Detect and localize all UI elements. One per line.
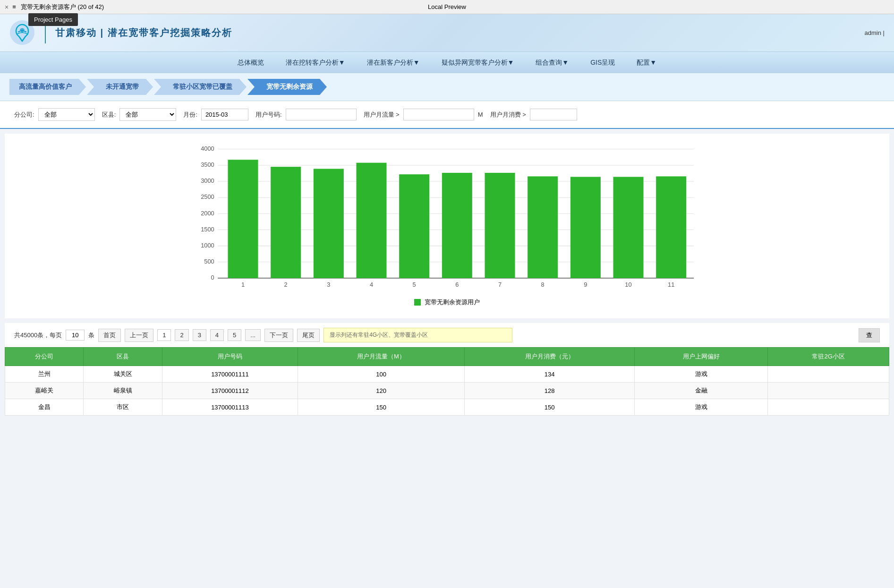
svg-text:9: 9 [584,281,587,288]
table-cell [768,399,889,416]
next-page-btn[interactable]: 下一页 [264,329,293,342]
svg-text:4000: 4000 [201,145,214,152]
nav-item-combo[interactable]: 组合查询▼ [525,55,579,71]
table-cell [768,383,889,399]
page-1-btn[interactable]: 1 [157,329,171,341]
col-header-company: 分公司 [5,348,84,366]
table-row: 嘉峪关峪泉镇13700001112120128金融 [5,383,889,399]
district-select[interactable]: 全部 城关区 峪泉镇 [119,108,176,121]
page-3-btn[interactable]: 3 [193,329,206,341]
nav-item-gis[interactable]: GIS呈现 [580,55,625,71]
page-4-btn[interactable]: 4 [210,329,224,341]
hint-box: 显示列还有常驻4G小区、宽带覆盖小区 [324,328,512,342]
svg-text:8: 8 [541,281,545,288]
first-page-btn[interactable]: 首页 [98,329,121,342]
svg-text:4: 4 [370,281,373,288]
phone-label: 用户号码: [255,111,282,119]
flow-input[interactable] [403,109,474,120]
filter-bar: 分公司: 全部 兰州 嘉峪关 金昌 白银 区县: 全部 城关区 峪泉镇 月份: … [0,101,894,129]
table-cell: 128 [465,383,635,399]
page-2-btn[interactable]: 2 [175,329,188,341]
svg-text:3: 3 [327,281,330,288]
main-nav: 总体概览 潜在挖转客户分析▼ 潜在新客户分析▼ 疑似异网宽带客户分析▼ 组合查询… [0,52,894,73]
flow-filter-group: 用户月流量 > M [364,109,483,120]
nav-item-config[interactable]: 配置▼ [626,55,667,71]
company-select[interactable]: 全部 兰州 嘉峪关 金昌 白银 [38,108,95,121]
step-4[interactable]: 宽带无剩余资源 [247,79,327,95]
table-cell: 兰州 [5,366,84,383]
consume-filter-group: 用户月消费 > [490,109,577,120]
nav-item-overview[interactable]: 总体概览 [227,55,274,71]
company-filter-group: 分公司: 全部 兰州 嘉峪关 金昌 白银 [14,108,95,121]
prev-page-btn[interactable]: 上一页 [125,329,153,342]
svg-rect-27 [399,174,429,278]
per-page-input[interactable] [66,330,85,341]
page-5-btn[interactable]: 5 [228,329,241,341]
table-cell: 150 [465,399,635,416]
svg-text:1500: 1500 [201,226,214,233]
table-row: 金昌市区13700001113150150游戏 [5,399,889,416]
month-input[interactable] [201,109,248,120]
month-filter-group: 月份: [183,109,248,120]
project-pages-tooltip: Project Pages [28,13,78,26]
svg-rect-23 [314,169,344,278]
step-3[interactable]: 常驻小区宽带已覆盖 [154,79,247,95]
legend-color-box [414,299,421,306]
table-cell: 13700001113 [162,399,298,416]
svg-text:2: 2 [284,281,288,288]
step-1[interactable]: 高流量高价值客户 [9,79,86,95]
svg-rect-29 [442,173,472,278]
table-cell: 120 [298,383,464,399]
nav-item-transfer[interactable]: 潜在挖转客户分析▼ [275,55,356,71]
admin-area: admin | [865,29,885,36]
district-label: 区县: [102,111,116,119]
table-cell: 134 [465,366,635,383]
month-label: 月份: [183,111,197,119]
svg-rect-19 [228,160,258,278]
titlebar-title: 宽带无剩余资源客户 (20 of 42) [21,3,104,11]
consume-input[interactable] [530,109,577,120]
app-title: 甘肃移动 | 潜在宽带客户挖掘策略分析 [55,26,232,39]
table-cell: 嘉峪关 [5,383,84,399]
titlebar: × ≡ 宽带无剩余资源客户 (20 of 42) Local Preview [0,0,894,14]
phone-input[interactable] [286,109,357,120]
col-header-2g: 常驻2G小区 [768,348,889,366]
query-button[interactable]: 查 [859,328,880,342]
table-header-row: 分公司 区县 用户号码 用户月流量（M） 用户月消费（元） 用户上网偏好 常驻2… [5,348,889,366]
table-cell: 游戏 [634,366,767,383]
svg-rect-35 [570,177,601,278]
page-dots-btn[interactable]: ... [245,329,261,341]
col-header-flow: 用户月流量（M） [298,348,464,366]
table-cell: 金融 [634,383,767,399]
svg-rect-39 [656,176,686,278]
menu-button[interactable]: ≡ [12,3,16,10]
nav-item-new[interactable]: 潜在新客户分析▼ [357,55,430,71]
company-label: 分公司: [14,111,34,119]
svg-text:10: 10 [625,281,631,288]
table-cell: 金昌 [5,399,84,416]
svg-text:7: 7 [498,281,502,288]
flow-unit: M [478,111,483,118]
table-cell: 13700001111 [162,366,298,383]
app-header: 甘肃移动 | 潜在宽带客户挖掘策略分析 admin | [0,14,894,52]
nav-item-suspect[interactable]: 疑似异网宽带客户分析▼ [431,55,525,71]
close-button[interactable]: × [5,3,9,11]
table-cell: 游戏 [634,399,767,416]
svg-text:1: 1 [241,281,245,288]
svg-text:500: 500 [204,258,214,265]
chart-legend: 宽带无剩余资源用户 [19,296,875,309]
table-cell: 市区 [84,399,162,416]
last-page-btn[interactable]: 尾页 [297,329,320,342]
svg-text:2000: 2000 [201,210,214,217]
table-cell: 100 [298,366,464,383]
svg-text:3000: 3000 [201,177,214,184]
chart-svg: 4000 3500 3000 2500 2000 1500 1000 500 0… [19,143,875,294]
svg-text:2500: 2500 [201,193,214,200]
step-2[interactable]: 未开通宽带 [87,79,153,95]
svg-text:11: 11 [668,281,674,288]
svg-rect-31 [485,173,515,278]
svg-rect-25 [357,163,387,278]
data-table: 分公司 区县 用户号码 用户月流量（M） 用户月消费（元） 用户上网偏好 常驻2… [5,347,889,416]
pagination-bar: 共45000条，每页 条 首页 上一页 1 2 3 4 5 ... 下一页 尾页… [5,323,889,347]
table-cell [768,366,889,383]
